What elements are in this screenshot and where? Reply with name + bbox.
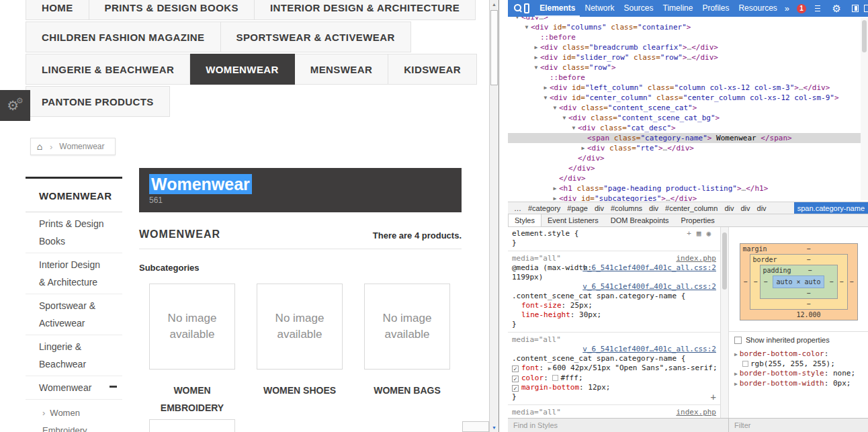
border-bottom-value[interactable]: − [779, 299, 839, 309]
devtools-tab-resources[interactable]: Resources [734, 0, 781, 17]
css-property-name[interactable]: font [521, 363, 539, 372]
tree-node[interactable]: ::before [508, 73, 868, 83]
nav-tab-prints-design-books[interactable]: PRINTS & DESIGN BOOKS [89, 0, 255, 20]
show-inherited-checkbox[interactable] [734, 337, 742, 344]
page-scrollbar[interactable]: ▲ ▼ [489, 0, 498, 432]
property-checkbox[interactable]: ✓ [512, 385, 519, 392]
devtools-resize-handle[interactable] [498, 0, 508, 432]
nav-tab-interior-design-architecture[interactable]: INTERIOR DESIGN & ARCHITECTURE [255, 0, 476, 20]
dom-crumb-columns[interactable]: #columns [607, 204, 646, 212]
sidebar-tab-event-listeners[interactable]: Event Listeners [541, 214, 605, 226]
scroll-up-icon[interactable]: ▲ [490, 2, 498, 7]
tree-node[interactable]: ▶<div id="subcategories">…</div> [508, 193, 868, 202]
padding-bottom-value[interactable]: − [789, 288, 829, 298]
css-property-name[interactable]: color [521, 374, 544, 382]
stylesheet-link[interactable]: index.php [676, 254, 716, 263]
scrollbar-thumb[interactable] [722, 232, 727, 290]
css-property-value[interactable]: 30px [579, 310, 597, 319]
tree-node[interactable]: </div> [508, 163, 868, 173]
find-in-styles-input[interactable]: Find in Styles [508, 418, 729, 432]
console-drawer-icon[interactable] [815, 5, 820, 7]
subcategory-name[interactable]: WOMEN EMBROIDERY [149, 382, 235, 417]
tree-node[interactable]: ▼<div class="cat_desc"> [508, 123, 868, 133]
css-selector[interactable]: .content_scene_cat span.category-name [512, 354, 677, 363]
dom-crumb-[interactable]: … [511, 204, 525, 212]
styles-scrollbar[interactable] [720, 227, 729, 418]
tree-node[interactable]: ▼<div class="content_scene_cat"> [508, 103, 868, 113]
new-style-rule-icon[interactable]: + [687, 229, 697, 238]
nav-tab-womenwear[interactable]: WOMENWEAR [190, 54, 295, 85]
filter-input[interactable]: Filter [729, 418, 868, 432]
animations-icon[interactable]: ◉ [706, 229, 716, 238]
settings-gear-icon[interactable]: ⚙ [832, 0, 841, 17]
tree-node[interactable]: ▶<div id="left_column" class="column col… [508, 83, 868, 93]
modules-gear-tab[interactable]: ⚙ ⚙ [0, 90, 30, 121]
tree-node[interactable]: ▼<div id="center_column" class="center_c… [508, 93, 868, 103]
tree-node[interactable]: ▼<div…> [508, 17, 868, 22]
tree-node[interactable]: </div> [508, 153, 868, 163]
nav-tab-sportswear-activewear[interactable]: SPORTSWEAR & ACTIVEWEAR [221, 21, 411, 52]
margin-left-value[interactable]: − [742, 278, 750, 286]
sidebar-item-prints-design-books[interactable]: Prints & Design Books [26, 212, 122, 253]
sidebar-item-womenwear[interactable]: Womenwear [26, 376, 122, 400]
device-mode-icon[interactable] [524, 3, 529, 13]
sidebar-subitem-women-embroidery[interactable]: ›Women Embroidery [26, 400, 122, 432]
dom-crumb-div[interactable]: div [721, 204, 737, 212]
scroll-down-icon[interactable]: ▼ [490, 425, 498, 430]
stylesheet-link[interactable]: v_6_541c1ef400f…401c_all.css:2 [582, 263, 716, 273]
devtools-tab-profiles[interactable]: Profiles [697, 0, 734, 17]
subcategory-name[interactable]: WOMEN SHOES [257, 382, 343, 399]
window-icon[interactable] [864, 5, 868, 12]
stylesheet-link[interactable]: v_6_541c1ef400f…401c_all.css:2 [582, 282, 716, 292]
tree-node[interactable]: ▶<div id="slider_row" class="row">…</div… [508, 52, 868, 62]
subcategory-card[interactable]: No image availableWOMEN BAGS [364, 284, 450, 417]
margin-top-value[interactable]: − [769, 244, 849, 254]
sidebar-tab-styles[interactable]: Styles [508, 214, 541, 226]
expand-icon[interactable]: ▶ [734, 351, 738, 357]
expand-shorthand-icon[interactable]: ▶ [548, 365, 552, 372]
property-checkbox[interactable]: ✓ [512, 376, 519, 382]
nav-tab-lingerie-beachwear[interactable]: LINGERIE & BEACHWEAR [26, 54, 190, 85]
devtools-tab-elements[interactable]: Elements [535, 0, 580, 17]
tree-scrollbar[interactable] [861, 18, 868, 200]
tree-node[interactable]: ▶<div class="rte">…</div> [508, 143, 868, 153]
dock-side-icon[interactable] [852, 5, 859, 12]
sidebar-item-interior-design-architecture[interactable]: Interior Design & Architecture [26, 253, 122, 294]
margin-bottom-value[interactable]: 12.000 [769, 310, 849, 320]
dom-crumb-div[interactable]: div [591, 204, 607, 212]
sidebar-title[interactable]: WOMENWEAR [26, 177, 122, 212]
stylesheet-link[interactable]: index.php [676, 408, 716, 417]
nav-tab-children-fashion-magazine[interactable]: CHILDREN FASHION MAGAZINE [26, 21, 221, 52]
tree-node[interactable]: ▼<div id="columns" class="container"> [508, 22, 868, 32]
sidebar-item-lingerie-beachwear[interactable]: Lingerie & Beachwear [26, 335, 122, 376]
padding-top-value[interactable]: − [791, 265, 829, 275]
tree-node[interactable]: ▶<div class="breadcrumb clearfix">…</div… [508, 42, 868, 52]
nav-tab-pantone-products[interactable]: PANTONE PRODUCTS [26, 86, 170, 117]
tree-node[interactable]: ▼<div class="content_scene_cat_bg"> [508, 113, 868, 123]
subcategory-card[interactable]: No image availableWOMEN EMBROIDERY [149, 284, 235, 417]
property-checkbox[interactable]: ✓ [512, 365, 519, 372]
css-property-value[interactable]: 12px [588, 383, 606, 392]
css-property-name[interactable]: line-height [521, 310, 570, 319]
color-swatch[interactable] [552, 375, 558, 381]
sidebar-item-sportswear-activewear[interactable]: Sportswear & Activewear [26, 294, 122, 335]
dom-crumb-div[interactable]: div [737, 204, 753, 212]
scrollbar-thumb[interactable] [490, 10, 498, 85]
nav-tab-home[interactable]: HOME [26, 0, 89, 20]
stylesheet-link[interactable]: v_6_541c1ef400f…401c_all.css:2 [582, 345, 716, 354]
padding-right-value[interactable]: − [827, 278, 835, 286]
expand-icon[interactable]: ▶ [734, 381, 738, 387]
tree-node[interactable]: ▼<div class="row"> [508, 62, 868, 73]
computed-property[interactable]: ▶border-bottom-color: rgb(255, 255, 255)… [734, 349, 863, 369]
devtools-tab-sources[interactable]: Sources [619, 0, 658, 17]
border-right-value[interactable]: − [838, 278, 846, 286]
sidebar-tab-dom-breakpoints[interactable]: DOM Breakpoints [605, 214, 675, 226]
dom-crumb-div[interactable]: div [754, 204, 770, 212]
add-property-icon[interactable]: + [711, 392, 716, 402]
css-property-name[interactable]: font-size [521, 301, 562, 310]
collapse-toggle-icon[interactable] [110, 386, 117, 388]
padding-left-value[interactable]: − [762, 278, 770, 286]
css-property-value[interactable]: 25px [570, 301, 589, 310]
devtools-tab-network[interactable]: Network [580, 0, 619, 17]
devtools-tab-timeline[interactable]: Timeline [658, 0, 698, 17]
